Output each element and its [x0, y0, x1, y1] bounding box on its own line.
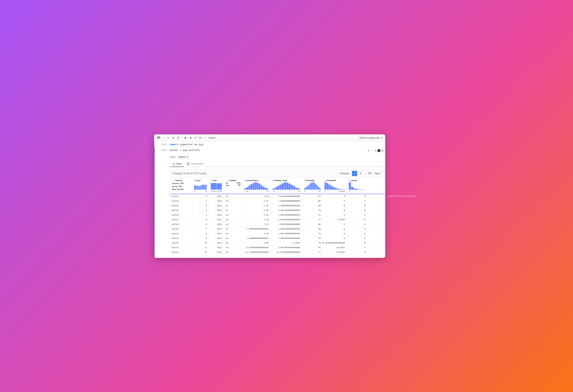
- table-cell: 7.0400000000000001: [243, 236, 270, 240]
- table-cell: no: [224, 231, 243, 236]
- hour-type-icon: #: [194, 179, 195, 182]
- column-headers: 📄 season summer 25%spring 25%Other (2) 5…: [170, 178, 385, 194]
- table-cell: 2011: [209, 213, 224, 217]
- year-type-icon: #: [211, 179, 212, 182]
- table-cell: winter: [170, 250, 192, 255]
- paste-icon[interactable]: 📋: [176, 136, 180, 140]
- export-icon[interactable]: ⬇: [374, 149, 376, 152]
- table-row: winter102011no9.869.99747616.99789999999…: [170, 241, 385, 245]
- cell-tools: ⧉ ↑ ↓ ⬇ ⬛ 🗑: [366, 149, 385, 152]
- cut-icon[interactable]: ✂: [166, 136, 170, 140]
- table-cell: 80: [302, 204, 323, 208]
- table-cell: 2011: [209, 194, 224, 199]
- table-row: winter12011no2.341.99820000000000098000: [170, 199, 385, 204]
- github-link-text: github.com/kanaries/pygwalker: [388, 195, 416, 197]
- ftemp-histogram: [272, 182, 300, 190]
- add-cell-icon[interactable]: +: [161, 136, 165, 140]
- table-cell: 7: [192, 227, 209, 231]
- table-cell: winter: [170, 194, 192, 199]
- ftemp-type-icon: #: [272, 179, 273, 182]
- next-label: Next: [375, 172, 380, 175]
- table-cell: winter: [170, 199, 192, 203]
- table-row: winter112011no8.91999999999999985.997799…: [170, 245, 385, 250]
- table-cell: 75: [302, 213, 323, 217]
- table-cell: winter: [170, 231, 192, 236]
- table-cell: 3.28: [243, 231, 270, 236]
- table-cell: 8: [192, 231, 209, 236]
- table-cell: 80: [302, 222, 323, 227]
- run-icon[interactable]: ▶: [184, 136, 188, 140]
- table-cell: 10: [192, 241, 209, 245]
- season-stats: summer 25%spring 25%Other (2) 50%: [172, 182, 190, 191]
- table-cell: 2011: [209, 222, 224, 227]
- col-casual[interactable]: # casual 0: [347, 178, 367, 194]
- table-row: winter42011no3.283.00140000000000037500: [170, 213, 385, 217]
- col-feeling-temp[interactable]: # feeling_temp: [270, 178, 302, 194]
- table-cell: 0: [323, 208, 347, 213]
- table-cell: 0: [347, 245, 367, 250]
- table-row: winter62011no2.341.99820000000000098000: [170, 222, 385, 227]
- mode-select[interactable]: Walker ⇅: [177, 155, 190, 159]
- stop-icon[interactable]: ■: [189, 136, 192, 140]
- cell-11-code: import pygwalker as pyg: [170, 143, 385, 146]
- table-cell: 5.9977999999999998: [270, 245, 302, 250]
- copy-cell-icon[interactable]: ⧉: [368, 149, 369, 152]
- wind-histogram: [324, 182, 345, 190]
- table-cell: 2011: [209, 236, 224, 240]
- temp-histogram: [244, 182, 269, 190]
- col-season[interactable]: 📄 season summer 25%spring 25%Other (2) 5…: [170, 178, 192, 194]
- tab-visualization[interactable]: 🔄 Visualization: [184, 161, 207, 167]
- col-humidity[interactable]: # humidity: [302, 178, 323, 194]
- hour-histogram: [194, 182, 207, 190]
- table-cell: 1.4000000000000004: [243, 227, 270, 231]
- col-holiday[interactable]: 📄 holiday no97% yes2%: [224, 178, 243, 194]
- page-2[interactable]: 2: [358, 171, 363, 176]
- mode-value: Walker: [179, 156, 186, 158]
- data-tab-label: Data: [176, 162, 181, 165]
- table-cell: 11.7399999999999999: [243, 250, 270, 255]
- prev-chevron-icon: ‹: [340, 172, 340, 175]
- table-cell: 3.28: [243, 213, 270, 217]
- cell-type-dropdown[interactable]: Code ▾: [207, 136, 217, 140]
- table-cell: 0: [347, 227, 367, 231]
- tab-data[interactable]: 📊 Data: [170, 161, 184, 167]
- col-hour[interactable]: # hour: [192, 178, 209, 194]
- next-button[interactable]: Next ›: [373, 171, 383, 175]
- copy-icon[interactable]: ⧉: [171, 136, 175, 140]
- filter-icon[interactable]: ⬛: [377, 149, 380, 152]
- table-cell: 11: [192, 245, 209, 250]
- table-cell: 75: [302, 231, 323, 236]
- table-cell: 2: [192, 204, 209, 208]
- prev-button[interactable]: ‹ Previous: [338, 171, 351, 175]
- col-temperature[interactable]: # temperature: [243, 178, 270, 194]
- fast-forward-icon[interactable]: ⏭: [198, 136, 202, 140]
- table-cell: 2011: [209, 199, 224, 203]
- delete-cell-icon[interactable]: 🗑: [381, 149, 384, 152]
- year-range: 2.011k2.012k: [211, 190, 222, 192]
- table-cell: 2.34: [243, 204, 270, 208]
- col-year[interactable]: # year 2.011k2.012k: [209, 178, 224, 194]
- table-cell: 81: [302, 245, 323, 250]
- ftemp-range: -1650: [272, 190, 300, 192]
- table-cell: 7.0009999999999998: [270, 236, 302, 240]
- save-icon[interactable]: 💾: [157, 136, 161, 140]
- next-chevron-icon: ›: [380, 172, 381, 175]
- table-cell: no: [224, 204, 243, 208]
- move-down-icon[interactable]: ↓: [372, 149, 374, 152]
- page-174[interactable]: 174: [367, 171, 373, 176]
- cell-type-label: Code: [208, 136, 214, 139]
- page-1[interactable]: 1: [352, 171, 357, 176]
- table-cell: 0: [347, 241, 367, 245]
- data-table: Showing 1 to 100 of 17379 results ‹ Prev…: [170, 169, 385, 255]
- col-winspeed[interactable]: # winspeed: [323, 178, 347, 194]
- restart-icon[interactable]: ↺: [194, 136, 197, 140]
- cell-12-code: walker = pyg.walk(df): [170, 149, 366, 152]
- table-cell: 9.9974: [270, 241, 302, 245]
- hum-range: 0100: [304, 190, 321, 192]
- holiday-type-icon: 📄: [226, 179, 228, 182]
- table-cell: 0: [347, 250, 367, 255]
- table-cell: 0: [323, 227, 347, 231]
- move-up-icon[interactable]: ↑: [370, 149, 372, 152]
- table-cell: no: [224, 222, 243, 227]
- table-cell: 0: [347, 199, 367, 203]
